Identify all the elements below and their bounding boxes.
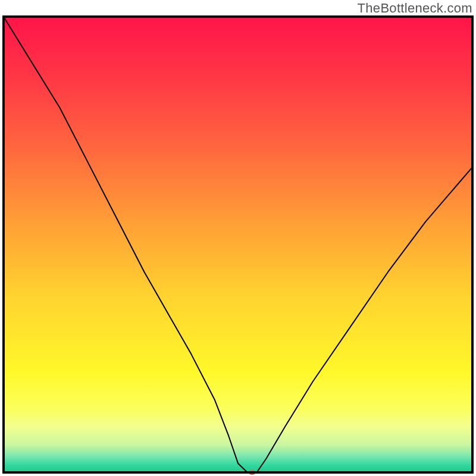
bottleneck-chart — [0, 0, 476, 476]
watermark-text: TheBottleneck.com — [358, 1, 472, 16]
chart-container: TheBottleneck.com — [0, 0, 476, 476]
plot-background — [4, 17, 472, 472]
